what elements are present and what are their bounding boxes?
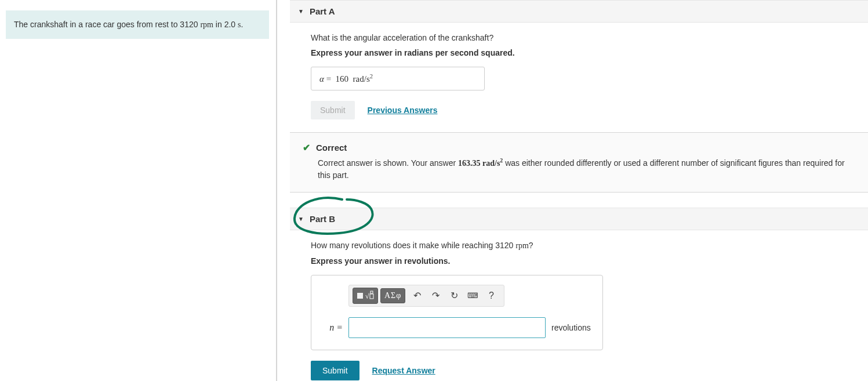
submit-button-disabled: Submit bbox=[311, 101, 355, 119]
collapse-icon: ▼ bbox=[298, 216, 304, 222]
part-b-instruction: Express your answer in revolutions. bbox=[311, 256, 868, 266]
svg-rect-2 bbox=[370, 294, 373, 299]
reset-button[interactable]: ↻ bbox=[445, 288, 463, 304]
redo-button[interactable]: ↷ bbox=[426, 288, 445, 304]
problem-text: The crankshaft in a race car goes from r… bbox=[14, 20, 200, 29]
templates-button[interactable]: √ bbox=[353, 288, 378, 304]
correct-label: Correct bbox=[316, 143, 347, 153]
check-icon: ✔ bbox=[303, 142, 310, 153]
part-b-label: Part B bbox=[310, 214, 335, 224]
n-var-label: n = bbox=[323, 322, 343, 333]
collapse-icon: ▼ bbox=[298, 8, 304, 14]
units-label: revolutions bbox=[551, 323, 591, 332]
part-a-question: What is the angular acceleration of the … bbox=[311, 33, 868, 42]
part-b-question: How many revolutions does it make while … bbox=[311, 241, 868, 251]
greek-button[interactable]: ΑΣφ bbox=[380, 288, 405, 303]
part-a-instruction: Express your answer in radians per secon… bbox=[311, 48, 868, 57]
problem-text-suffix: . bbox=[241, 20, 243, 29]
problem-statement: The crankshaft in a race car goes from r… bbox=[6, 10, 269, 39]
unit-exp: 2 bbox=[370, 73, 373, 79]
part-a-header[interactable]: ▼ Part A bbox=[290, 0, 868, 23]
feedback-text: Correct answer is shown. Your answer 163… bbox=[303, 157, 858, 182]
answer-input[interactable] bbox=[348, 317, 546, 338]
template-icon: √ bbox=[357, 291, 374, 301]
part-a-label: Part A bbox=[310, 6, 335, 16]
help-button[interactable]: ? bbox=[482, 288, 500, 304]
feedback-box: ✔ Correct Correct answer is shown. Your … bbox=[290, 132, 868, 193]
keyboard-button[interactable]: ⌨ bbox=[463, 288, 482, 304]
rpm-unit: rpm bbox=[200, 20, 213, 29]
answer-entry-box: √ ΑΣφ ↶ ↷ ↻ ⌨ ? n = revolutions bbox=[311, 275, 603, 350]
part-a-answer-display: α = 160 rad/s2 bbox=[311, 67, 485, 90]
unit-rad: rad bbox=[353, 74, 364, 84]
previous-answers-link[interactable]: Previous Answers bbox=[368, 106, 438, 115]
part-b-header[interactable]: ▼ Part B bbox=[290, 208, 868, 230]
alpha-var: α bbox=[319, 74, 324, 84]
problem-text-mid: in 2.0 bbox=[213, 20, 238, 29]
request-answer-link[interactable]: Request Answer bbox=[372, 366, 435, 375]
eq-sign: = bbox=[326, 74, 331, 84]
undo-button[interactable]: ↶ bbox=[408, 288, 426, 304]
svg-rect-3 bbox=[371, 291, 373, 293]
equation-toolbar: √ ΑΣφ ↶ ↷ ↻ ⌨ ? bbox=[348, 285, 504, 307]
svg-rect-0 bbox=[357, 293, 363, 299]
submit-button[interactable]: Submit bbox=[311, 361, 359, 380]
svg-text:√: √ bbox=[365, 292, 369, 300]
answer-value: 160 bbox=[336, 74, 349, 84]
